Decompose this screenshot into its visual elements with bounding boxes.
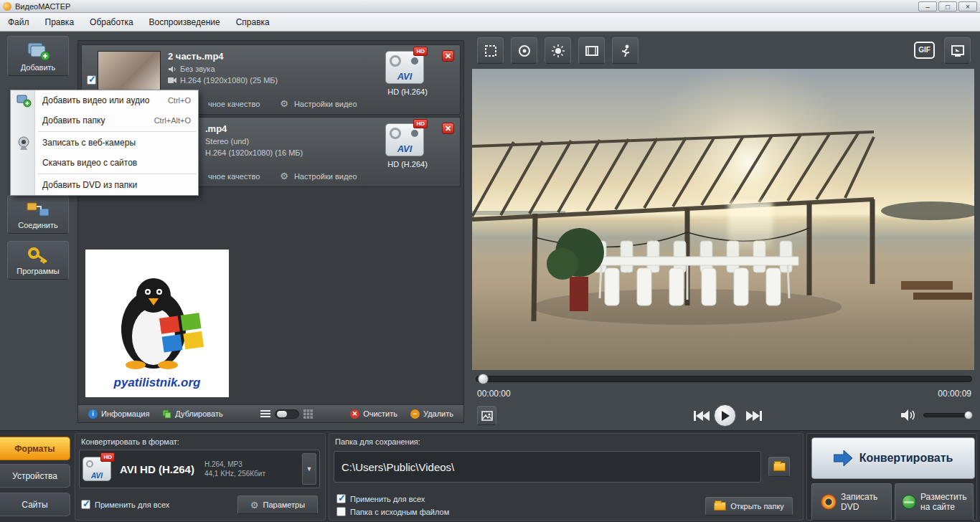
open-folder-button[interactable]: Открыть папку xyxy=(705,497,793,516)
source-folder-option[interactable]: Папка с исходным файлом xyxy=(336,507,449,516)
volume-handle[interactable] xyxy=(964,411,973,419)
source-folder-checkbox[interactable] xyxy=(336,507,346,516)
clear-button[interactable]: ✕ Очистить xyxy=(346,408,402,420)
publish-site-button[interactable]: Разместить на сайте xyxy=(895,483,974,521)
video-preview[interactable] xyxy=(472,69,974,370)
tab-formats[interactable]: Форматы xyxy=(0,437,70,460)
menu-help[interactable]: Справка xyxy=(228,14,278,30)
menu-processing[interactable]: Обработка xyxy=(82,14,141,30)
window-title: ВидеоМАСТЕР xyxy=(15,2,917,11)
add-video-icon xyxy=(26,41,50,61)
save-section: Папка для сохранения: Применить для всех… xyxy=(329,433,804,521)
play-button[interactable] xyxy=(714,404,736,427)
grid-view-icon[interactable] xyxy=(303,409,313,419)
minimize-button[interactable]: – xyxy=(918,1,937,11)
menu-edit[interactable]: Правка xyxy=(37,14,83,30)
menu-bar: Файл Правка Обработка Воспроизведение Сп… xyxy=(0,13,980,32)
menu-add-folder[interactable]: Добавить папку Ctrl+Alt+O xyxy=(11,110,198,130)
title-bar: ВидеоМАСТЕР – □ × xyxy=(0,0,980,13)
next-button[interactable] xyxy=(746,410,762,422)
menu-download-from-sites[interactable]: Скачать видео с сайтов xyxy=(11,153,198,173)
view-toggle[interactable] xyxy=(275,409,299,419)
hd-badge: HD xyxy=(100,452,115,462)
menu-file[interactable]: Файл xyxy=(0,14,37,30)
convert-arrow-icon xyxy=(834,450,852,466)
file-1-checkbox[interactable] xyxy=(87,75,96,85)
file-2-audio: Stereo (und) xyxy=(205,137,249,146)
menu-add-dvd[interactable]: Добавить DVD из папки xyxy=(11,175,198,195)
sidebar-add-button[interactable]: Добавить xyxy=(7,36,69,76)
duplicate-icon xyxy=(162,409,171,419)
maximize-button[interactable]: □ xyxy=(938,1,957,11)
trim-button[interactable] xyxy=(578,37,605,64)
penguin-logo xyxy=(103,268,211,376)
seek-handle[interactable] xyxy=(478,374,489,384)
format-section-label: Конвертировать в формат: xyxy=(81,437,179,446)
sidebar-programs-label: Программы xyxy=(17,267,59,275)
menu-record-webcam[interactable]: Записать с веб-камеры xyxy=(11,133,198,153)
format-apply-all-checkbox[interactable] xyxy=(81,500,90,509)
key-icon xyxy=(26,246,50,265)
format-dropdown-button[interactable]: ▼ xyxy=(302,453,316,485)
format-apply-all[interactable]: Применить для всех xyxy=(81,500,169,509)
gif-button[interactable]: GIF xyxy=(914,42,935,59)
hd-badge: HD xyxy=(413,47,428,56)
menu-separator xyxy=(38,174,197,174)
film-icon xyxy=(585,44,599,58)
delete-button[interactable]: − Удалить xyxy=(406,408,458,420)
format-avi-icon: AVI HD xyxy=(83,457,111,481)
crop-button[interactable] xyxy=(477,37,504,64)
sidebar-join-button[interactable]: Соединить xyxy=(7,195,69,234)
volume-icon[interactable] xyxy=(900,408,916,422)
folder-icon xyxy=(773,462,786,471)
add-context-menu: Добавить видео или аудио Ctrl+O Добавить… xyxy=(10,90,199,196)
file-1-video-settings[interactable]: Настройки видео xyxy=(294,100,357,108)
effects-icon xyxy=(517,44,532,58)
file-1-title: 2 часть.mp4 xyxy=(168,51,383,62)
parameters-button[interactable]: ⚙ Параметры xyxy=(237,495,318,514)
clear-icon: ✕ xyxy=(350,409,359,419)
file-2-video-settings[interactable]: Настройки видео xyxy=(294,172,357,181)
beach-scene xyxy=(472,69,974,370)
seek-bar[interactable] xyxy=(476,376,972,382)
menu-playback[interactable]: Воспроизведение xyxy=(141,14,228,30)
info-icon: i xyxy=(88,409,98,419)
browse-folder-button[interactable] xyxy=(768,457,790,477)
burn-dvd-button[interactable]: Записать DVD xyxy=(811,483,892,521)
sidebar-programs-button[interactable]: Программы xyxy=(7,241,69,280)
file-1-remove-button[interactable]: ✕ xyxy=(442,50,454,62)
brightness-icon xyxy=(551,44,565,58)
format-name: AVI HD (H.264) xyxy=(120,463,194,475)
close-button[interactable]: × xyxy=(958,1,977,11)
brightness-button[interactable] xyxy=(545,37,571,64)
info-button[interactable]: i Информация xyxy=(84,408,154,420)
file-1-audio: Без звука xyxy=(180,65,215,73)
time-total: 00:00:09 xyxy=(938,389,971,399)
effects-button[interactable] xyxy=(511,37,537,64)
convert-button[interactable]: Конвертировать xyxy=(811,437,975,479)
format-details: H.264, MP3 44,1 KHz, 256Кбит xyxy=(204,460,265,478)
speed-button[interactable] xyxy=(612,37,639,64)
tab-devices[interactable]: Устройства xyxy=(0,464,70,488)
volume-slider[interactable] xyxy=(923,413,972,417)
save-apply-all-checkbox[interactable] xyxy=(336,494,346,503)
file-2-remove-button[interactable]: ✕ xyxy=(442,123,454,134)
list-view-icon[interactable] xyxy=(260,409,270,418)
gear-icon: ⚙ xyxy=(280,171,288,181)
menu-add-video-audio[interactable]: Добавить видео или аудио Ctrl+O xyxy=(11,90,198,110)
sidebar-add-label: Добавить xyxy=(21,63,56,72)
format-section: Конвертировать в формат: AVI HD AVI HD (… xyxy=(75,433,326,521)
fullscreen-button[interactable] xyxy=(944,37,971,64)
save-section-label: Папка для сохранения: xyxy=(335,437,420,446)
time-current: 00:00:00 xyxy=(477,389,511,399)
format-selector[interactable]: AVI HD AVI HD (H.264) H.264, MP3 44,1 KH… xyxy=(79,450,320,488)
save-apply-all[interactable]: Применить для всех xyxy=(336,494,425,503)
tab-sites[interactable]: Сайты xyxy=(0,493,70,516)
duplicate-button[interactable]: Дублировать xyxy=(158,408,227,420)
prev-button[interactable] xyxy=(694,410,710,422)
save-path-input[interactable] xyxy=(334,451,761,483)
gear-icon: ⚙ xyxy=(250,500,259,511)
watermark-image: pyatilistnik.org xyxy=(85,250,229,397)
snapshot-button[interactable] xyxy=(477,406,496,425)
file-2-title: .mp4 xyxy=(205,123,383,134)
